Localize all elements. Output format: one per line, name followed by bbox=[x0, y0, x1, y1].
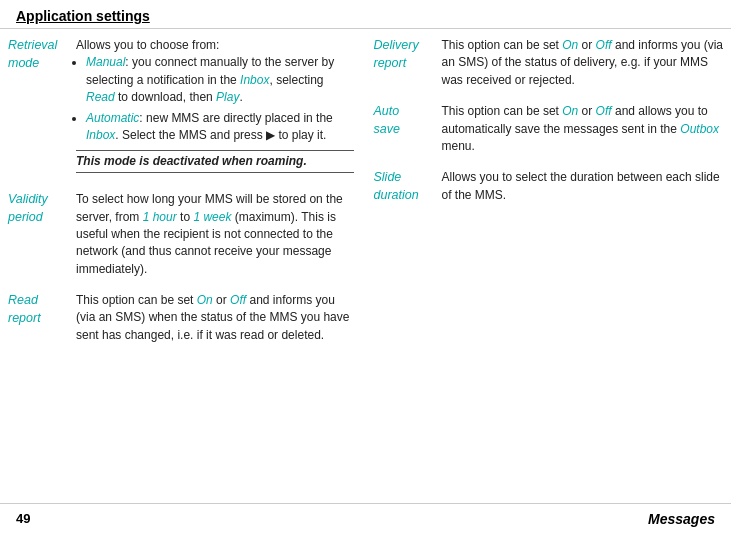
section-delivery-report: Deliveryreport This option can be set On… bbox=[374, 37, 724, 89]
section-title: Messages bbox=[648, 511, 715, 527]
1week-ref: 1 week bbox=[193, 210, 231, 224]
1hour-ref: 1 hour bbox=[143, 210, 177, 224]
right-column: Deliveryreport This option can be set On… bbox=[366, 37, 724, 502]
delivery-report-body: This option can be set On or Off and inf… bbox=[442, 37, 724, 89]
section-retrieval-mode: Retrievalmode Allows you to choose from:… bbox=[8, 37, 354, 177]
off-ref1: Off bbox=[230, 293, 246, 307]
deactivated-notice: This mode is deactivated when roaming. bbox=[76, 150, 354, 173]
retrieval-automatic: Automatic: new MMS are directly placed i… bbox=[86, 110, 354, 145]
read-report-body: This option can be set On or Off and inf… bbox=[76, 292, 354, 344]
deactivated-text: This mode is deactivated when roaming. bbox=[76, 153, 354, 170]
page-header: Application settings bbox=[0, 0, 731, 29]
label-delivery-report: Deliveryreport bbox=[374, 37, 442, 89]
validity-period-body: To select how long your MMS will be stor… bbox=[76, 191, 354, 278]
retrieval-list: Manual: you connect manually to the serv… bbox=[76, 54, 354, 144]
page-footer: 49 Messages bbox=[0, 503, 731, 533]
page-title: Application settings bbox=[16, 8, 715, 24]
main-content: Retrievalmode Allows you to choose from:… bbox=[0, 29, 731, 502]
off-ref3: Off bbox=[596, 104, 612, 118]
slide-duration-body: Allows you to select the duration betwee… bbox=[442, 169, 724, 204]
on-ref2: On bbox=[562, 38, 578, 52]
section-validity-period: Validityperiod To select how long your M… bbox=[8, 191, 354, 278]
retrieval-mode-body: Allows you to choose from: Manual: you c… bbox=[76, 37, 354, 177]
manual-label: Manual bbox=[86, 55, 125, 69]
label-retrieval-mode: Retrievalmode bbox=[8, 37, 76, 177]
on-ref1: On bbox=[197, 293, 213, 307]
left-column: Retrievalmode Allows you to choose from:… bbox=[8, 37, 366, 502]
off-ref2: Off bbox=[596, 38, 612, 52]
read-ref1: Read bbox=[86, 90, 115, 104]
section-slide-duration: Slideduration Allows you to select the d… bbox=[374, 169, 724, 204]
delivery-report-label-text: Deliveryreport bbox=[374, 38, 419, 70]
read-report-label-text: Readreport bbox=[8, 293, 41, 325]
inbox-ref2: Inbox bbox=[86, 128, 115, 142]
inbox-ref1: Inbox bbox=[240, 73, 269, 87]
retrieval-manual: Manual: you connect manually to the serv… bbox=[86, 54, 354, 106]
play-ref1: Play bbox=[216, 90, 239, 104]
retrieval-intro: Allows you to choose from: bbox=[76, 37, 354, 54]
label-auto-save: Autosave bbox=[374, 103, 442, 155]
page-number: 49 bbox=[16, 511, 30, 526]
section-read-report: Readreport This option can be set On or … bbox=[8, 292, 354, 344]
label-read-report: Readreport bbox=[8, 292, 76, 344]
outbox-ref: Outbox bbox=[680, 122, 719, 136]
on-ref3: On bbox=[562, 104, 578, 118]
slide-duration-label-text: Slideduration bbox=[374, 170, 419, 202]
label-validity-period: Validityperiod bbox=[8, 191, 76, 278]
auto-save-label-text: Autosave bbox=[374, 104, 400, 136]
section-auto-save: Autosave This option can be set On or Of… bbox=[374, 103, 724, 155]
validity-period-label-text: Validityperiod bbox=[8, 192, 48, 224]
label-slide-duration: Slideduration bbox=[374, 169, 442, 204]
auto-save-body: This option can be set On or Off and all… bbox=[442, 103, 724, 155]
automatic-label: Automatic bbox=[86, 111, 139, 125]
retrieval-mode-label-text: Retrievalmode bbox=[8, 38, 57, 70]
